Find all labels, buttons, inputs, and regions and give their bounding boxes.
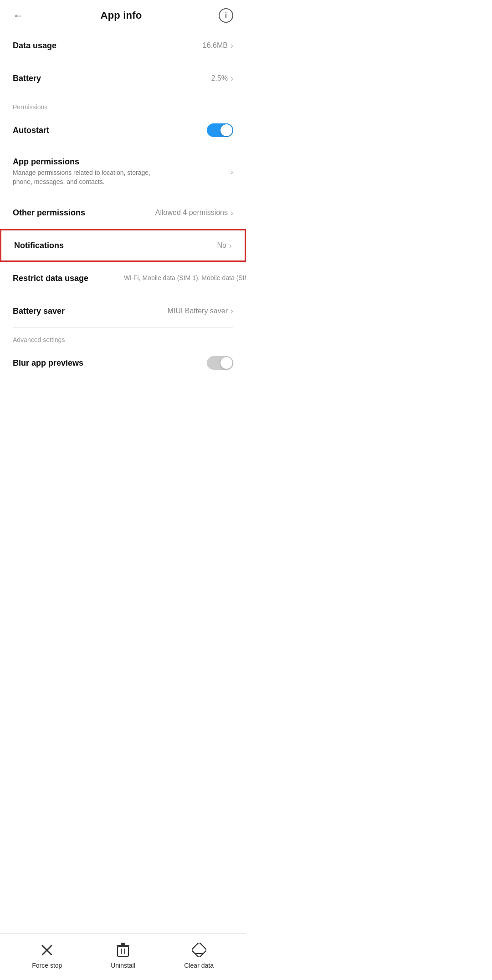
- page-title: App info: [101, 10, 142, 21]
- app-permissions-chevron: ›: [231, 167, 233, 177]
- data-usage-value: 16.6MB: [203, 41, 228, 50]
- blur-toggle[interactable]: [207, 356, 233, 370]
- battery-saver-value: MIUI Battery saver: [168, 307, 228, 315]
- data-usage-chevron: ›: [231, 41, 233, 51]
- notifications-chevron: ›: [229, 241, 232, 250]
- blur-app-previews-item[interactable]: Blur app previews: [0, 346, 246, 380]
- notifications-value: No: [217, 241, 226, 250]
- other-permissions-value: Allowed 4 permissions: [155, 209, 228, 217]
- blur-app-previews-label: Blur app previews: [13, 358, 207, 368]
- autostart-label: Autostart: [13, 126, 207, 135]
- battery-saver-label: Battery saver: [13, 306, 168, 316]
- info-button[interactable]: i: [219, 8, 233, 23]
- battery-label: Battery: [13, 74, 211, 83]
- other-permissions-item[interactable]: Other permissions Allowed 4 permissions …: [0, 196, 246, 229]
- permissions-section-label: Permissions: [0, 95, 246, 113]
- data-usage-item[interactable]: Data usage 16.6MB ›: [0, 29, 246, 62]
- back-button[interactable]: ←: [13, 10, 24, 21]
- advanced-section-label: Advanced settings: [0, 328, 246, 346]
- app-permissions-item[interactable]: App permissions Manage permissions relat…: [0, 147, 246, 196]
- battery-value: 2.5%: [211, 74, 228, 82]
- restrict-data-item[interactable]: Restrict data usage Wi-Fi, Mobile data (…: [0, 262, 246, 295]
- app-permissions-label: App permissions: [13, 157, 231, 167]
- battery-chevron: ›: [231, 74, 233, 83]
- other-permissions-label: Other permissions: [13, 208, 155, 218]
- autostart-toggle[interactable]: [207, 123, 233, 137]
- battery-item[interactable]: Battery 2.5% ›: [0, 62, 246, 95]
- restrict-data-value: Wi-Fi, Mobile data (SIM 1), Mobile data …: [124, 274, 246, 283]
- app-permissions-subtitle: Manage permissions related to location, …: [13, 168, 159, 186]
- other-permissions-chevron: ›: [231, 208, 233, 218]
- header: ← App info i: [0, 0, 246, 29]
- notifications-item[interactable]: Notifications No ›: [0, 229, 246, 262]
- notifications-label: Notifications: [14, 241, 217, 250]
- data-usage-label: Data usage: [13, 41, 203, 51]
- autostart-item[interactable]: Autostart: [0, 113, 246, 147]
- restrict-data-label: Restrict data usage: [13, 274, 124, 283]
- battery-saver-item[interactable]: Battery saver MIUI Battery saver ›: [0, 295, 246, 327]
- battery-saver-chevron: ›: [231, 306, 233, 316]
